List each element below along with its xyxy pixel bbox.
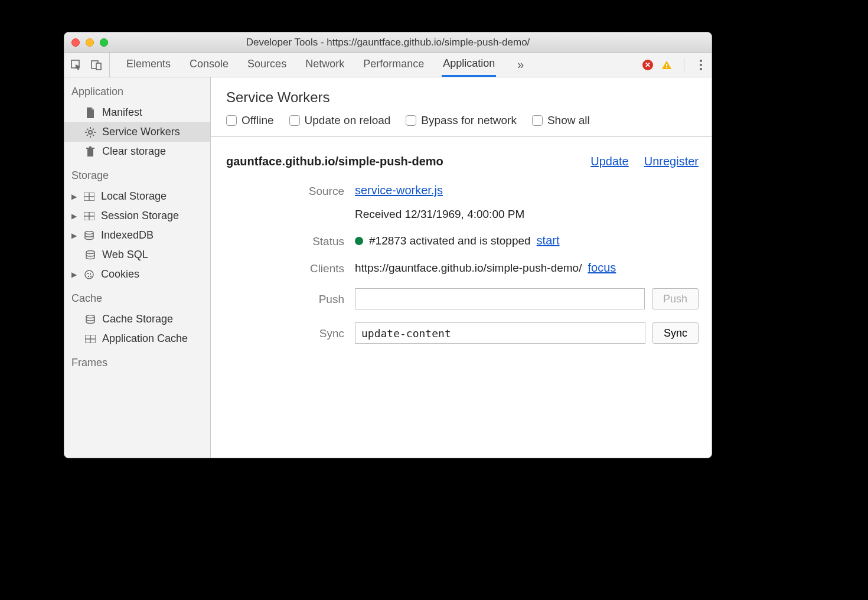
trash-icon [84, 146, 96, 157]
sidebar-item-label: Manifest [102, 106, 142, 119]
sidebar-item-session-storage[interactable]: ▶ Session Storage [64, 206, 210, 226]
sidebar-item-label: IndexedDB [101, 229, 154, 242]
svg-point-23 [85, 231, 93, 234]
svg-point-26 [87, 272, 89, 273]
table-icon [83, 212, 95, 220]
sidebar-group-frames: Frames [64, 348, 210, 374]
sidebar-item-label: Cache Storage [102, 313, 173, 325]
toolbar-divider [684, 58, 684, 72]
database-icon [84, 315, 96, 324]
svg-point-25 [85, 270, 93, 279]
sidebar-item-application-cache[interactable]: Application Cache [64, 329, 210, 348]
checkbox-icon [532, 115, 543, 126]
checkbox-icon [406, 115, 416, 126]
minimize-window-button[interactable] [86, 38, 94, 47]
sync-input[interactable] [355, 322, 645, 344]
update-on-reload-checkbox[interactable]: Update on reload [289, 114, 391, 127]
expand-icon[interactable]: ▶ [71, 193, 77, 201]
checkbox-label: Bypass for network [421, 114, 517, 127]
sidebar-item-websql[interactable]: Web SQL [64, 245, 210, 265]
device-toggle-icon[interactable] [90, 59, 102, 71]
svg-point-29 [90, 275, 92, 276]
settings-menu-button[interactable] [696, 60, 706, 70]
svg-rect-2 [96, 63, 101, 70]
tab-console[interactable]: Console [188, 54, 230, 76]
received-text: Received 12/31/1969, 4:00:00 PM [355, 203, 699, 221]
sidebar-item-local-storage[interactable]: ▶ Local Storage [64, 187, 210, 206]
inspect-icon[interactable] [70, 59, 82, 71]
push-input[interactable] [355, 288, 645, 309]
sidebar-group-application: Application [64, 77, 210, 103]
checkbox-icon [289, 115, 300, 126]
sidebar-item-label: Clear storage [102, 145, 166, 158]
bypass-network-checkbox[interactable]: Bypass for network [406, 114, 517, 127]
table-icon [83, 193, 95, 201]
tab-elements[interactable]: Elements [125, 54, 172, 76]
gear-icon [84, 127, 96, 138]
svg-rect-4 [666, 67, 667, 68]
database-icon [84, 250, 96, 260]
traffic-lights [71, 38, 108, 47]
svg-line-13 [93, 129, 94, 130]
sync-button[interactable]: Sync [652, 322, 699, 344]
status-text: #12873 activated and is stopped [369, 234, 531, 247]
expand-icon[interactable]: ▶ [71, 212, 77, 220]
push-button[interactable]: Push [652, 288, 699, 309]
source-link[interactable]: service-worker.js [355, 184, 443, 197]
sidebar-item-label: Local Storage [101, 190, 167, 203]
window-title: Developer Tools - https://gauntface.gith… [64, 37, 712, 48]
svg-point-28 [88, 275, 89, 276]
sync-label: Sync [226, 322, 344, 340]
sw-options-row: Offline Update on reload Bypass for netw… [211, 114, 712, 137]
tab-network[interactable]: Network [304, 54, 345, 76]
sidebar-item-label: Web SQL [102, 249, 148, 261]
file-icon [84, 107, 96, 118]
checkbox-label: Update on reload [305, 114, 391, 127]
table-icon [84, 335, 96, 343]
svg-point-5 [89, 131, 92, 134]
sw-origin: gauntface.github.io/simple-push-demo [226, 155, 575, 168]
expand-icon[interactable]: ▶ [71, 231, 77, 240]
sidebar-item-cache-storage[interactable]: Cache Storage [64, 309, 210, 329]
sidebar-group-storage: Storage [64, 161, 210, 187]
svg-rect-14 [87, 149, 93, 156]
expand-icon[interactable]: ▶ [71, 270, 77, 279]
sidebar-item-clear-storage[interactable]: Clear storage [64, 142, 210, 161]
show-all-checkbox[interactable]: Show all [532, 114, 590, 127]
tab-performance[interactable]: Performance [362, 54, 425, 76]
clients-label: Clients [226, 261, 344, 275]
sidebar-item-cookies[interactable]: ▶ Cookies [64, 265, 210, 284]
svg-line-11 [93, 135, 94, 136]
status-dot-icon [355, 237, 363, 245]
offline-checkbox[interactable]: Offline [226, 114, 274, 127]
svg-line-10 [87, 129, 88, 130]
tab-application[interactable]: Application [442, 53, 496, 77]
start-link[interactable]: start [537, 234, 560, 247]
client-url: https://gauntface.github.io/simple-push-… [355, 262, 582, 275]
focus-link[interactable]: focus [588, 261, 616, 275]
toolbar-status: ✕ [642, 58, 706, 72]
sidebar-item-indexeddb[interactable]: ▶ IndexedDB [64, 226, 210, 245]
update-link[interactable]: Update [590, 155, 629, 168]
sidebar-item-label: Cookies [101, 268, 139, 281]
tab-sources[interactable]: Sources [246, 54, 288, 76]
sw-origin-row: gauntface.github.io/simple-push-demo Upd… [211, 137, 712, 181]
devtools-toolbar: Elements Console Sources Network Perform… [64, 53, 712, 77]
cookie-icon [83, 270, 95, 279]
titlebar: Developer Tools - https://gauntface.gith… [64, 32, 712, 53]
sidebar-item-service-workers[interactable]: Service Workers [64, 122, 210, 142]
checkbox-icon [226, 115, 237, 126]
close-window-button[interactable] [71, 38, 80, 47]
svg-line-12 [87, 135, 88, 136]
error-badge-icon[interactable]: ✕ [642, 60, 653, 70]
zoom-window-button[interactable] [100, 38, 108, 47]
checkbox-label: Show all [547, 114, 590, 127]
svg-rect-3 [666, 64, 667, 66]
service-workers-panel: Service Workers Offline Update on reload… [211, 77, 712, 458]
status-label: Status [226, 234, 344, 248]
tabs-overflow-button[interactable]: » [513, 58, 528, 71]
push-label: Push [226, 288, 344, 306]
sidebar-item-manifest[interactable]: Manifest [64, 103, 210, 122]
unregister-link[interactable]: Unregister [644, 155, 699, 168]
warning-badge-icon[interactable] [661, 60, 672, 70]
